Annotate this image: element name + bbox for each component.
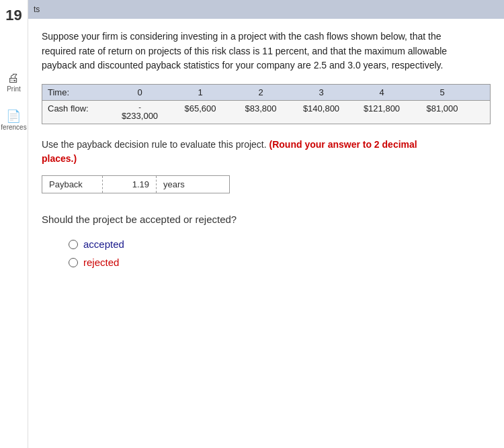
- time-col-1: 1: [170, 87, 230, 97]
- question-text: Suppose your firm is considering investi…: [42, 30, 458, 73]
- references-icon: 📄: [6, 109, 21, 124]
- cashflow-label: Cash flow:: [42, 103, 110, 121]
- question-number: 19: [5, 7, 22, 24]
- instruction-plain: Use the payback decision rule to evaluat…: [42, 139, 267, 150]
- decision-question: Should the project be accepted or reject…: [42, 214, 491, 225]
- payback-unit: years: [157, 176, 192, 193]
- radio-rejected-circle[interactable]: [69, 258, 78, 267]
- minus-sign: -: [138, 103, 141, 111]
- cashflow-col-5: $81,000: [412, 103, 472, 121]
- cashflow-col-0-value: $233,000: [122, 111, 158, 121]
- radio-rejected-label: rejected: [83, 257, 119, 268]
- time-label: Time:: [42, 87, 110, 97]
- time-col-0: 0: [110, 87, 170, 97]
- cashflow-col-0: - $233,000: [110, 103, 170, 121]
- print-icon: 🖨: [7, 71, 19, 85]
- references-label: ferences: [1, 124, 26, 131]
- time-col-4: 4: [351, 87, 412, 97]
- print-label: Print: [7, 85, 21, 93]
- radio-option-rejected[interactable]: rejected: [69, 257, 491, 268]
- radio-accepted-circle[interactable]: [69, 240, 78, 249]
- time-col-5: 5: [412, 87, 472, 97]
- print-button[interactable]: 🖨 Print: [7, 71, 21, 93]
- references-button[interactable]: 📄 ferences: [1, 109, 26, 131]
- time-col-2: 2: [230, 87, 291, 97]
- radio-option-accepted[interactable]: accepted: [69, 238, 491, 250]
- payback-row: Payback 1.19 years: [42, 175, 230, 193]
- payback-value[interactable]: 1.19: [103, 176, 157, 193]
- nav-item-ts[interactable]: ts: [34, 5, 40, 14]
- payback-label: Payback: [42, 176, 103, 193]
- cashflow-col-3: $140,800: [291, 103, 351, 121]
- instruction-text: Use the payback decision rule to evaluat…: [42, 138, 445, 166]
- cashflow-col-2: $83,800: [230, 103, 291, 121]
- cashflow-table: Time: 0 1 2 3 4 5 Cash flow: - $233,000 …: [42, 84, 491, 124]
- radio-accepted-label: accepted: [83, 238, 124, 250]
- top-nav-bar: ts: [28, 0, 504, 19]
- cashflow-col-1: $65,600: [170, 103, 230, 121]
- time-col-3: 3: [291, 87, 351, 97]
- radio-options: accepted rejected: [42, 238, 491, 268]
- cashflow-col-4: $121,800: [351, 103, 412, 121]
